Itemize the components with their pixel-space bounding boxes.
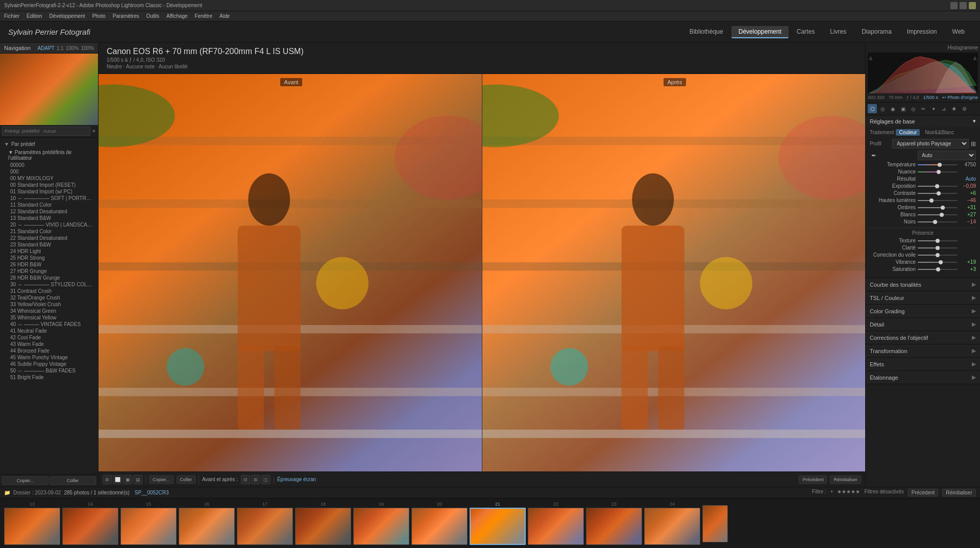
menu-developpement[interactable]: Développement	[50, 13, 85, 19]
preset-item-29[interactable]: 45 Warm Punchy Vintage	[0, 354, 98, 361]
film-item-16[interactable]: 16	[179, 502, 235, 545]
preset-item-13[interactable]: 24 HDR Light	[0, 248, 98, 255]
menu-fichier[interactable]: Fichier	[4, 13, 19, 19]
film-thumb-19[interactable]	[353, 508, 409, 545]
wb-dropper-icon[interactable]: ✒	[870, 152, 878, 160]
preset-item-9[interactable]: 20 ↔ ———— VIVID | LANDSCAPE	[0, 221, 98, 228]
tab-developpement[interactable]: Développement	[731, 26, 789, 38]
film-thumb-24[interactable]	[644, 508, 700, 545]
film-thumb-14[interactable]	[62, 508, 118, 545]
preset-group-user[interactable]: ▼ Paramètres prédéfinis de l'utilisateur	[0, 148, 98, 162]
preset-item-15[interactable]: 26 HDR B&W	[0, 261, 98, 268]
preset-item-27[interactable]: 43 Warm Fade	[0, 341, 98, 347]
film-item-17[interactable]: 17	[237, 502, 293, 545]
spot-tool-icon[interactable]: ◎	[878, 104, 887, 113]
film-item-23[interactable]: 23	[586, 502, 642, 545]
noirs-track[interactable]	[918, 221, 958, 222]
profile-grid-icon[interactable]: ⊞	[971, 140, 976, 147]
ba-vert-icon[interactable]: ⊟	[241, 475, 250, 484]
preset-item-23[interactable]: 35 Whimsical Yellow	[0, 314, 98, 321]
preset-item-30[interactable]: 46 Subtle Poppy Vintage	[0, 361, 98, 367]
texture-track[interactable]	[918, 240, 958, 241]
vibrance-thumb[interactable]	[939, 260, 943, 264]
copy-button[interactable]: Copier...	[2, 477, 48, 485]
preset-item-11[interactable]: 22 Standard Desaturated	[0, 235, 98, 241]
film-item-14[interactable]: 14	[62, 502, 118, 545]
texture-thumb[interactable]	[936, 239, 940, 243]
tab-impression[interactable]: Impression	[900, 26, 944, 38]
preset-item-4[interactable]: 01 Standard Import (w/ PC)	[0, 188, 98, 195]
preset-item-1[interactable]: 000	[0, 168, 98, 175]
maximize-button[interactable]	[960, 2, 967, 9]
film-item-25-partial[interactable]	[702, 504, 728, 542]
preset-item-21[interactable]: 33 Yellow/Violet Crush	[0, 301, 98, 308]
blancs-thumb[interactable]	[940, 213, 944, 217]
ba-single-icon[interactable]: ◫	[261, 475, 271, 484]
ombres-thumb[interactable]	[941, 206, 945, 210]
redeye-tool-icon[interactable]: ◉	[888, 104, 897, 113]
minimize-button[interactable]	[950, 2, 958, 9]
prev-photo-button[interactable]: Précédent	[908, 489, 939, 496]
film-thumb-17[interactable]	[237, 508, 293, 545]
blancs-track[interactable]	[918, 214, 958, 215]
noirs-thumb[interactable]	[933, 220, 937, 224]
preset-item-3[interactable]: 00 Standard Import (RESET)	[0, 182, 98, 188]
preset-item-22[interactable]: 34 Whimsical Green	[0, 308, 98, 314]
film-item-15[interactable]: 15	[120, 502, 177, 545]
ba-horiz-icon[interactable]: ⊞	[251, 475, 260, 484]
settings-icon[interactable]: ⚙	[960, 104, 969, 113]
exposition-track[interactable]	[918, 186, 958, 187]
film-item-24[interactable]: 24	[644, 502, 700, 545]
preset-item-5[interactable]: 10 ↔ ————— SOFT | PORTRAIT	[0, 195, 98, 202]
menu-photo[interactable]: Photo	[92, 13, 106, 19]
preset-item-12[interactable]: 23 Standard B&W	[0, 241, 98, 248]
preset-item-7[interactable]: 12 Standard Desaturated	[0, 208, 98, 215]
reglages-base-header[interactable]: Réglages de base ▾	[866, 115, 980, 127]
tab-livres[interactable]: Livres	[823, 26, 853, 38]
copy-settings-button[interactable]: Copier...	[149, 476, 174, 484]
brush-tool-icon[interactable]: ✏	[919, 104, 928, 113]
preset-item-19[interactable]: 31 Contrast Crush	[0, 288, 98, 294]
wb-select[interactable]: Auto	[918, 151, 976, 160]
close-button[interactable]	[969, 2, 976, 9]
color-grading-section[interactable]: Color Grading ▶	[866, 305, 980, 318]
correction-voile-track[interactable]	[918, 255, 958, 256]
preset-item-8[interactable]: 13 Standard B&W	[0, 215, 98, 221]
film-thumb-18[interactable]	[295, 508, 351, 545]
preset-item-31[interactable]: 50 ↔ ———— B&W FADES	[0, 367, 98, 374]
hautes-lumieres-track[interactable]	[918, 200, 958, 201]
clarte-thumb[interactable]	[936, 246, 940, 250]
film-thumb-15[interactable]	[120, 508, 177, 545]
tab-web[interactable]: Web	[945, 26, 972, 38]
temperature-track[interactable]	[918, 164, 958, 165]
preset-item-2[interactable]: 00 MY MIXOLOGY	[0, 175, 98, 182]
preset-search-input[interactable]	[2, 127, 90, 136]
detail-section[interactable]: Détail ▶	[866, 318, 980, 331]
ai-mask-icon[interactable]: ✦	[929, 104, 938, 113]
saturation-thumb[interactable]	[936, 267, 940, 271]
menu-affichage[interactable]: Affichage	[166, 13, 188, 19]
tab-bibliotheque[interactable]: Bibliothèque	[682, 26, 730, 38]
film-thumb-23[interactable]	[586, 508, 642, 545]
survey-icon[interactable]: ▤	[133, 475, 142, 484]
film-thumb-21[interactable]	[470, 508, 526, 545]
preset-item-17[interactable]: 28 HDR B&W Grunge	[0, 275, 98, 281]
compare-icon[interactable]: ▣	[123, 475, 132, 484]
courbe-tonalites-section[interactable]: Courbe des tonalités ▶	[866, 278, 980, 291]
prev-button[interactable]: Précédent	[799, 476, 827, 484]
filter-icon[interactable]: +	[830, 489, 834, 496]
corrections-objectif-section[interactable]: Corrections de l'objectif ▶	[866, 331, 980, 344]
preset-item-18[interactable]: 30 ↔ ————— STYLIZED COLOR	[0, 281, 98, 288]
linear-grad-icon[interactable]: ▣	[898, 104, 908, 113]
reset-button[interactable]: Réinitialiser	[830, 476, 861, 484]
film-item-18[interactable]: 18	[295, 502, 351, 545]
film-thumb-13[interactable]	[4, 508, 60, 545]
preset-item-26[interactable]: 42 Cool Fade	[0, 334, 98, 341]
menu-edition[interactable]: Édition	[27, 13, 42, 19]
radial-grad-icon[interactable]: ◎	[909, 104, 918, 113]
paste-button[interactable]: Coller	[50, 477, 96, 485]
tsl-couleur-section[interactable]: TSL / Couleur ▶	[866, 291, 980, 305]
preset-item-10[interactable]: 21 Standard Color	[0, 228, 98, 235]
etalonnage-section[interactable]: Étalonnage ▶	[866, 371, 980, 384]
film-item-21[interactable]: 21	[470, 502, 526, 545]
